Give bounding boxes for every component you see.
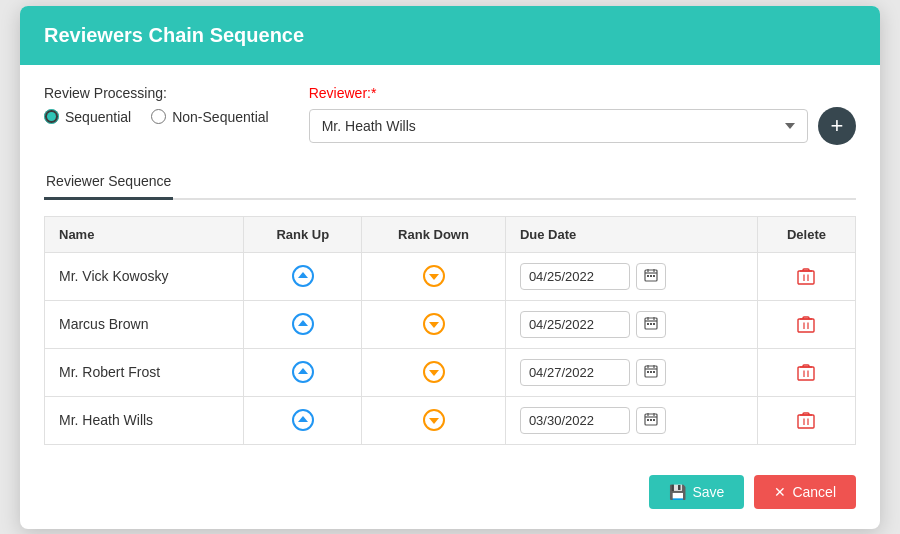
svg-rect-9	[798, 271, 814, 284]
delete-button-0[interactable]	[772, 267, 841, 285]
col-name: Name	[45, 216, 244, 252]
table-row: Mr. Heath Wills	[45, 396, 856, 444]
svg-rect-47	[653, 419, 655, 421]
cell-rank-up-1	[244, 300, 362, 348]
calendar-button-2[interactable]	[636, 359, 666, 386]
svg-rect-21	[653, 323, 655, 325]
cell-delete-3	[757, 396, 855, 444]
sequential-radio[interactable]	[44, 109, 59, 124]
rank-down-button-3[interactable]	[376, 408, 491, 432]
cell-name-2: Mr. Robert Frost	[45, 348, 244, 396]
cell-rank-down-2	[362, 348, 506, 396]
svg-rect-19	[647, 323, 649, 325]
non-sequential-label: Non-Sequential	[172, 109, 269, 125]
table-row: Mr. Robert Frost	[45, 348, 856, 396]
cell-delete-1	[757, 300, 855, 348]
table-body: Mr. Vick Kowosky	[45, 252, 856, 444]
cell-delete-0	[757, 252, 855, 300]
calendar-button-3[interactable]	[636, 407, 666, 434]
rank-up-button-1[interactable]	[258, 312, 347, 336]
delete-button-1[interactable]	[772, 315, 841, 333]
top-section: Review Processing: Sequential Non-Sequen…	[44, 85, 856, 145]
due-date-input-3[interactable]	[520, 407, 630, 434]
sequential-radio-label[interactable]: Sequential	[44, 109, 131, 125]
modal-title: Reviewers Chain Sequence	[44, 24, 856, 47]
cell-name-0: Mr. Vick Kowosky	[45, 252, 244, 300]
rank-up-button-3[interactable]	[258, 408, 347, 432]
add-reviewer-button[interactable]: +	[818, 107, 856, 145]
delete-button-2[interactable]	[772, 363, 841, 381]
svg-rect-33	[650, 371, 652, 373]
svg-rect-32	[647, 371, 649, 373]
table-header: Name Rank Up Rank Down Due Date Delete	[45, 216, 856, 252]
table-row: Mr. Vick Kowosky	[45, 252, 856, 300]
rank-down-button-0[interactable]	[376, 264, 491, 288]
cell-rank-up-3	[244, 396, 362, 444]
non-sequential-radio-label[interactable]: Non-Sequential	[151, 109, 269, 125]
svg-rect-8	[653, 275, 655, 277]
due-date-input-0[interactable]	[520, 263, 630, 290]
add-icon: +	[831, 113, 844, 139]
tab-reviewer-sequence[interactable]: Reviewer Sequence	[44, 165, 173, 200]
tabs-container: Reviewer Sequence	[44, 165, 856, 200]
reviewer-section: Reviewer:* Mr. Heath Wills Mr. Vick Kowo…	[309, 85, 856, 145]
rank-up-button-0[interactable]	[258, 264, 347, 288]
col-rank-up: Rank Up	[244, 216, 362, 252]
calendar-button-0[interactable]	[636, 263, 666, 290]
rank-down-button-2[interactable]	[376, 360, 491, 384]
radio-group: Sequential Non-Sequential	[44, 109, 269, 125]
cell-rank-down-3	[362, 396, 506, 444]
cell-delete-2	[757, 348, 855, 396]
review-processing-section: Review Processing: Sequential Non-Sequen…	[44, 85, 269, 125]
table-row: Marcus Brown	[45, 300, 856, 348]
save-label: Save	[692, 484, 724, 500]
cell-name-3: Mr. Heath Wills	[45, 396, 244, 444]
sequential-label: Sequential	[65, 109, 131, 125]
cell-rank-up-0	[244, 252, 362, 300]
save-icon: 💾	[669, 484, 686, 500]
svg-rect-46	[650, 419, 652, 421]
review-processing-label: Review Processing:	[44, 85, 269, 101]
svg-rect-7	[650, 275, 652, 277]
non-sequential-radio[interactable]	[151, 109, 166, 124]
cell-due-date-0	[505, 252, 757, 300]
table-header-row: Name Rank Up Rank Down Due Date Delete	[45, 216, 856, 252]
svg-rect-22	[798, 319, 814, 332]
svg-rect-35	[798, 367, 814, 380]
cancel-button[interactable]: ✕ Cancel	[754, 475, 856, 509]
calendar-button-1[interactable]	[636, 311, 666, 338]
cell-due-date-3	[505, 396, 757, 444]
rank-up-button-2[interactable]	[258, 360, 347, 384]
cell-rank-down-0	[362, 252, 506, 300]
cell-due-date-1	[505, 300, 757, 348]
modal-header: Reviewers Chain Sequence	[20, 6, 880, 65]
reviewer-table: Name Rank Up Rank Down Due Date Delete M…	[44, 216, 856, 445]
delete-button-3[interactable]	[772, 411, 841, 429]
cell-rank-up-2	[244, 348, 362, 396]
reviewer-select[interactable]: Mr. Heath Wills Mr. Vick Kowosky Marcus …	[309, 109, 808, 143]
col-due-date: Due Date	[505, 216, 757, 252]
reviewer-label: Reviewer:*	[309, 85, 856, 101]
due-date-input-1[interactable]	[520, 311, 630, 338]
modal-container: Reviewers Chain Sequence Review Processi…	[20, 6, 880, 529]
svg-rect-20	[650, 323, 652, 325]
reviewer-row: Mr. Heath Wills Mr. Vick Kowosky Marcus …	[309, 107, 856, 145]
col-rank-down: Rank Down	[362, 216, 506, 252]
due-date-input-2[interactable]	[520, 359, 630, 386]
modal-footer: 💾 Save ✕ Cancel	[20, 461, 880, 529]
rank-down-button-1[interactable]	[376, 312, 491, 336]
modal-body: Review Processing: Sequential Non-Sequen…	[20, 65, 880, 461]
save-button[interactable]: 💾 Save	[649, 475, 744, 509]
cell-rank-down-1	[362, 300, 506, 348]
svg-rect-34	[653, 371, 655, 373]
cell-due-date-2	[505, 348, 757, 396]
svg-rect-45	[647, 419, 649, 421]
svg-rect-6	[647, 275, 649, 277]
svg-rect-48	[798, 415, 814, 428]
cell-name-1: Marcus Brown	[45, 300, 244, 348]
cancel-label: Cancel	[792, 484, 836, 500]
required-marker: *	[371, 85, 376, 101]
col-delete: Delete	[757, 216, 855, 252]
cancel-icon: ✕	[774, 484, 786, 500]
